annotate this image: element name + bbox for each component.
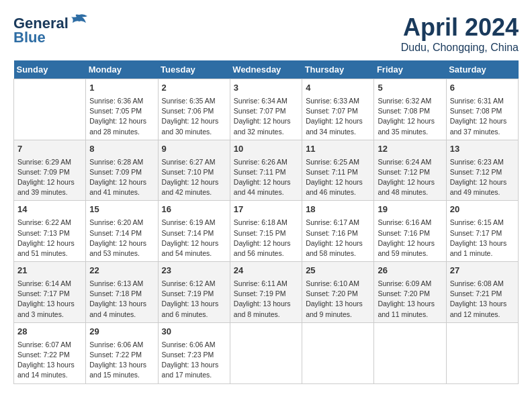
calendar-cell: 20Sunrise: 6:15 AM Sunset: 7:17 PM Dayli…: [446, 201, 518, 262]
day-number: 2: [162, 82, 226, 95]
calendar-table: SundayMondayTuesdayWednesdayThursdayFrid…: [13, 60, 519, 384]
day-number: 14: [17, 203, 82, 216]
day-number: 26: [378, 265, 442, 277]
calendar-cell: 12Sunrise: 6:24 AM Sunset: 7:12 PM Dayli…: [374, 140, 446, 201]
day-info: Sunrise: 6:06 AM Sunset: 7:22 PM Dayligh…: [89, 340, 154, 381]
calendar-cell: 13Sunrise: 6:23 AM Sunset: 7:12 PM Dayli…: [446, 140, 518, 201]
day-info: Sunrise: 6:25 AM Sunset: 7:11 PM Dayligh…: [306, 157, 370, 198]
calendar-week-row: 28Sunrise: 6:07 AM Sunset: 7:22 PM Dayli…: [14, 322, 519, 383]
weekday-header-friday: Friday: [374, 60, 446, 79]
day-number: 9: [162, 143, 226, 156]
day-number: 18: [306, 203, 370, 216]
calendar-cell: 28Sunrise: 6:07 AM Sunset: 7:22 PM Dayli…: [14, 322, 86, 383]
day-info: Sunrise: 6:32 AM Sunset: 7:08 PM Dayligh…: [378, 96, 442, 137]
day-info: Sunrise: 6:07 AM Sunset: 7:22 PM Dayligh…: [17, 340, 82, 381]
weekday-header-wednesday: Wednesday: [230, 60, 302, 79]
day-number: 27: [450, 265, 515, 277]
day-info: Sunrise: 6:23 AM Sunset: 7:12 PM Dayligh…: [450, 157, 515, 198]
calendar-cell: 14Sunrise: 6:22 AM Sunset: 7:13 PM Dayli…: [14, 201, 86, 262]
day-number: 30: [162, 326, 226, 338]
day-info: Sunrise: 6:11 AM Sunset: 7:19 PM Dayligh…: [234, 279, 298, 320]
calendar-cell: 21Sunrise: 6:14 AM Sunset: 7:17 PM Dayli…: [14, 262, 86, 323]
day-number: 12: [378, 143, 442, 156]
day-info: Sunrise: 6:36 AM Sunset: 7:05 PM Dayligh…: [89, 96, 154, 137]
location: Dudu, Chongqing, China: [401, 42, 519, 54]
day-number: 4: [306, 82, 370, 95]
day-number: 17: [234, 203, 298, 216]
logo-bird-icon: [70, 13, 89, 28]
day-number: 8: [89, 143, 154, 156]
day-number: 3: [234, 82, 298, 95]
day-number: 29: [89, 326, 154, 338]
day-number: 10: [234, 143, 298, 156]
calendar-cell: 17Sunrise: 6:18 AM Sunset: 7:15 PM Dayli…: [230, 201, 302, 262]
calendar-week-row: 21Sunrise: 6:14 AM Sunset: 7:17 PM Dayli…: [14, 262, 519, 323]
calendar-cell: [446, 322, 518, 383]
day-number: 1: [89, 82, 154, 95]
day-number: 21: [17, 265, 82, 277]
calendar-cell: 30Sunrise: 6:06 AM Sunset: 7:23 PM Dayli…: [158, 322, 230, 383]
day-info: Sunrise: 6:12 AM Sunset: 7:19 PM Dayligh…: [162, 279, 226, 320]
calendar-cell: 15Sunrise: 6:20 AM Sunset: 7:14 PM Dayli…: [86, 201, 158, 262]
weekday-header-tuesday: Tuesday: [158, 60, 230, 79]
page-header: General Blue April 2024 Dudu, Chongqing,…: [13, 13, 519, 54]
calendar-cell: 18Sunrise: 6:17 AM Sunset: 7:16 PM Dayli…: [302, 201, 374, 262]
calendar-cell: [230, 322, 302, 383]
calendar-cell: 4Sunrise: 6:33 AM Sunset: 7:07 PM Daylig…: [302, 79, 374, 140]
day-number: 16: [162, 203, 226, 216]
calendar-cell: 8Sunrise: 6:28 AM Sunset: 7:09 PM Daylig…: [86, 140, 158, 201]
month-title: April 2024: [401, 13, 519, 42]
day-info: Sunrise: 6:28 AM Sunset: 7:09 PM Dayligh…: [89, 157, 154, 198]
day-info: Sunrise: 6:08 AM Sunset: 7:21 PM Dayligh…: [450, 279, 515, 320]
day-number: 28: [17, 326, 82, 338]
logo: General Blue: [13, 13, 89, 46]
day-info: Sunrise: 6:22 AM Sunset: 7:13 PM Dayligh…: [17, 218, 82, 259]
calendar-cell: 7Sunrise: 6:29 AM Sunset: 7:09 PM Daylig…: [14, 140, 86, 201]
weekday-header-thursday: Thursday: [302, 60, 374, 79]
calendar-cell: 26Sunrise: 6:09 AM Sunset: 7:20 PM Dayli…: [374, 262, 446, 323]
weekday-header-sunday: Sunday: [14, 60, 86, 79]
day-number: 19: [378, 203, 442, 216]
calendar-cell: [302, 322, 374, 383]
day-info: Sunrise: 6:18 AM Sunset: 7:15 PM Dayligh…: [234, 218, 298, 259]
calendar-cell: 5Sunrise: 6:32 AM Sunset: 7:08 PM Daylig…: [374, 79, 446, 140]
day-info: Sunrise: 6:24 AM Sunset: 7:12 PM Dayligh…: [378, 157, 442, 198]
day-number: 20: [450, 203, 515, 216]
weekday-header-saturday: Saturday: [446, 60, 518, 79]
day-number: 23: [162, 265, 226, 277]
day-info: Sunrise: 6:13 AM Sunset: 7:18 PM Dayligh…: [89, 279, 154, 320]
calendar-cell: 22Sunrise: 6:13 AM Sunset: 7:18 PM Dayli…: [86, 262, 158, 323]
day-info: Sunrise: 6:09 AM Sunset: 7:20 PM Dayligh…: [378, 279, 442, 320]
calendar-cell: 29Sunrise: 6:06 AM Sunset: 7:22 PM Dayli…: [86, 322, 158, 383]
day-number: 5: [378, 82, 442, 95]
day-info: Sunrise: 6:29 AM Sunset: 7:09 PM Dayligh…: [17, 157, 82, 198]
day-info: Sunrise: 6:20 AM Sunset: 7:14 PM Dayligh…: [89, 218, 154, 259]
day-number: 6: [450, 82, 515, 95]
calendar-cell: 6Sunrise: 6:31 AM Sunset: 7:08 PM Daylig…: [446, 79, 518, 140]
calendar-cell: 25Sunrise: 6:10 AM Sunset: 7:20 PM Dayli…: [302, 262, 374, 323]
weekday-header-row: SundayMondayTuesdayWednesdayThursdayFrid…: [14, 60, 519, 79]
calendar-cell: 9Sunrise: 6:27 AM Sunset: 7:10 PM Daylig…: [158, 140, 230, 201]
day-number: 22: [89, 265, 154, 277]
calendar-cell: 2Sunrise: 6:35 AM Sunset: 7:06 PM Daylig…: [158, 79, 230, 140]
calendar-week-row: 1Sunrise: 6:36 AM Sunset: 7:05 PM Daylig…: [14, 79, 519, 140]
calendar-week-row: 14Sunrise: 6:22 AM Sunset: 7:13 PM Dayli…: [14, 201, 519, 262]
calendar-cell: 16Sunrise: 6:19 AM Sunset: 7:14 PM Dayli…: [158, 201, 230, 262]
calendar-cell: 27Sunrise: 6:08 AM Sunset: 7:21 PM Dayli…: [446, 262, 518, 323]
calendar-week-row: 7Sunrise: 6:29 AM Sunset: 7:09 PM Daylig…: [14, 140, 519, 201]
calendar-cell: 3Sunrise: 6:34 AM Sunset: 7:07 PM Daylig…: [230, 79, 302, 140]
calendar-cell: [374, 322, 446, 383]
title-block: April 2024 Dudu, Chongqing, China: [401, 13, 519, 54]
day-info: Sunrise: 6:17 AM Sunset: 7:16 PM Dayligh…: [306, 218, 370, 259]
calendar-cell: 24Sunrise: 6:11 AM Sunset: 7:19 PM Dayli…: [230, 262, 302, 323]
day-info: Sunrise: 6:06 AM Sunset: 7:23 PM Dayligh…: [162, 340, 226, 381]
day-number: 13: [450, 143, 515, 156]
calendar-cell: 10Sunrise: 6:26 AM Sunset: 7:11 PM Dayli…: [230, 140, 302, 201]
day-info: Sunrise: 6:16 AM Sunset: 7:16 PM Dayligh…: [378, 218, 442, 259]
calendar-cell: 23Sunrise: 6:12 AM Sunset: 7:19 PM Dayli…: [158, 262, 230, 323]
calendar-cell: [14, 79, 86, 140]
day-number: 7: [17, 143, 82, 156]
day-info: Sunrise: 6:33 AM Sunset: 7:07 PM Dayligh…: [306, 96, 370, 137]
day-info: Sunrise: 6:14 AM Sunset: 7:17 PM Dayligh…: [17, 279, 82, 320]
day-info: Sunrise: 6:27 AM Sunset: 7:10 PM Dayligh…: [162, 157, 226, 198]
